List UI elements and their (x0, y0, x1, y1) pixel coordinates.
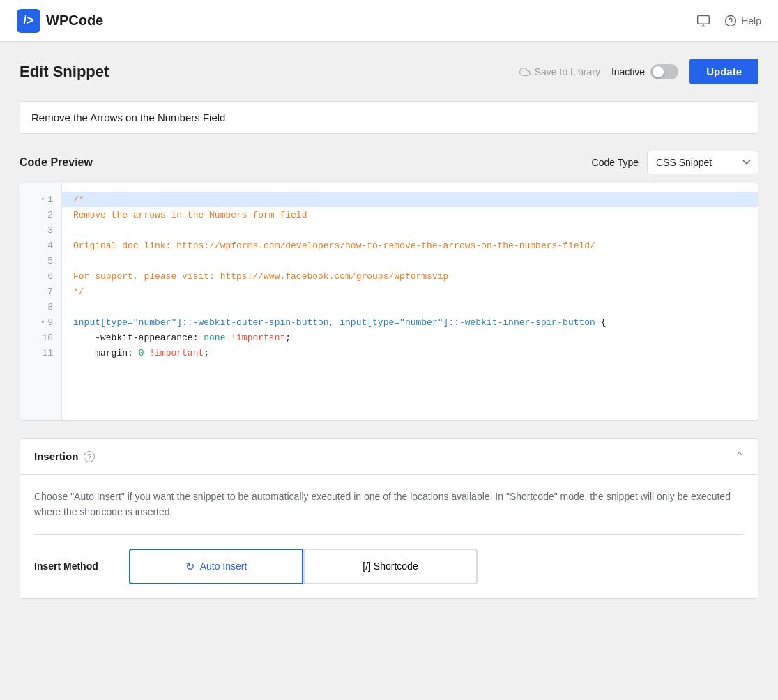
code-line-7: */ (62, 284, 758, 299)
line-number-7: 7 (47, 287, 53, 297)
line-num-7: 7 (20, 284, 61, 299)
fold-arrow-1: ▾ (40, 195, 45, 204)
auto-insert-icon: ↻ (185, 560, 194, 573)
page-title: Edit Snippet (20, 63, 109, 81)
toggle-slider (650, 64, 678, 79)
line-number-5: 5 (47, 256, 53, 266)
code-line-3 (62, 222, 758, 238)
insert-method-buttons: ↻ Auto Insert [/] Shortcode (129, 549, 478, 584)
topnav: /> WPCode Help (0, 0, 778, 42)
code-val-10: none (204, 333, 225, 343)
page-header-right: Save to Library Inactive Update (519, 59, 758, 84)
insertion-divider (34, 534, 744, 535)
code-text-5 (73, 256, 79, 266)
code-text-3 (73, 225, 79, 236)
line-num-10: 10 (20, 330, 61, 345)
code-line-9: input[type="number"]::-webkit-outer-spin… (62, 314, 758, 330)
insertion-body: Choose "Auto Insert" if you want the sni… (20, 475, 758, 598)
logo-text: WPCode (46, 13, 103, 29)
code-val-11: 0 (139, 348, 144, 358)
code-line-11: margin: 0 !important; (62, 345, 758, 360)
code-line-2: Remove the arrows in the Numbers form fi… (62, 207, 758, 222)
line-number-11: 11 (42, 348, 53, 358)
code-text-6: For support, please visit: https://www.f… (73, 271, 448, 282)
code-lines: /* Remove the arrows in the Numbers form… (62, 183, 758, 420)
insertion-section: Insertion ? ⌃ Choose "Auto Insert" if yo… (20, 438, 758, 599)
line-number-10: 10 (42, 333, 53, 343)
code-brace-9: { (595, 317, 607, 328)
line-num-9: ▾ 9 (20, 314, 61, 330)
logo-icon-text: /> (23, 13, 34, 28)
fold-arrow-9: ▾ (40, 318, 45, 326)
code-text-1: /* (73, 195, 84, 205)
code-text-11: margin: (73, 348, 139, 358)
code-line-10: -webkit-appearance: none !important; (62, 330, 758, 345)
line-numbers: ▾ 1 2 3 4 5 6 7 8 ▾ 9 10 11 (20, 183, 62, 420)
code-line-5 (62, 253, 758, 268)
line-num-6: 6 (20, 268, 61, 284)
code-semi-11: ; (204, 348, 209, 358)
line-num-11: 11 (20, 345, 61, 360)
inactive-section: Inactive (611, 64, 678, 79)
insertion-header[interactable]: Insertion ? ⌃ (20, 439, 758, 475)
code-line-1: /* (62, 192, 758, 207)
code-editor[interactable]: ▾ 1 2 3 4 5 6 7 8 ▾ 9 10 11 /* Rem (20, 183, 758, 420)
insertion-title-text: Insertion (34, 450, 78, 462)
help-label: Help (741, 15, 761, 26)
line-number-8: 8 (47, 302, 53, 312)
inactive-label: Inactive (611, 66, 645, 77)
code-text-10: -webkit-appearance: (73, 333, 204, 343)
help-link[interactable]: Help (724, 15, 761, 27)
code-line-4: Original doc link: https://wpforms.com/d… (62, 238, 758, 253)
code-text-9: input[type="number"]::-webkit-outer-spin… (73, 317, 595, 328)
topnav-right: Help (696, 14, 761, 28)
save-to-library-button[interactable]: Save to Library (519, 66, 600, 77)
line-num-5: 5 (20, 253, 61, 268)
code-text-8 (73, 302, 79, 312)
code-preview-title: Code Preview (20, 156, 93, 169)
svg-point-1 (726, 15, 736, 26)
code-type-label: Code Type (592, 157, 639, 168)
code-text-2: Remove the arrows in the Numbers form fi… (73, 210, 307, 220)
snippet-name-input[interactable] (20, 102, 758, 133)
line-num-1: ▾ 1 (20, 192, 61, 207)
page-header: Edit Snippet Save to Library Inactive Up… (20, 59, 758, 84)
monitor-icon[interactable] (696, 14, 710, 28)
line-num-4: 4 (20, 238, 61, 253)
line-number-1: 1 (47, 195, 53, 205)
line-number-2: 2 (47, 210, 53, 220)
shortcode-label: [/] Shortcode (363, 561, 418, 572)
line-number-9: 9 (47, 317, 53, 328)
code-text-4: Original doc link: https://wpforms.com/d… (73, 241, 595, 251)
line-num-3: 3 (20, 222, 61, 238)
insertion-collapse-icon[interactable]: ⌃ (735, 450, 744, 463)
save-to-library-label: Save to Library (535, 66, 600, 77)
code-type-section: Code Type CSS Snippet PHP Snippet JS Sni… (592, 151, 758, 174)
insertion-description: Choose "Auto Insert" if you want the sni… (34, 489, 744, 520)
code-semi-10: ; (285, 333, 291, 343)
auto-insert-button[interactable]: ↻ Auto Insert (129, 549, 303, 584)
active-toggle[interactable] (650, 64, 678, 79)
line-number-4: 4 (47, 241, 53, 251)
insertion-title: Insertion ? (34, 450, 95, 462)
update-button[interactable]: Update (689, 59, 758, 84)
logo: /> WPCode (17, 9, 103, 33)
shortcode-button[interactable]: [/] Shortcode (303, 549, 478, 584)
code-preview-header: Code Preview Code Type CSS Snippet PHP S… (20, 151, 758, 174)
code-type-select[interactable]: CSS Snippet PHP Snippet JS Snippet HTML … (647, 151, 758, 174)
line-num-8: 8 (20, 299, 61, 314)
snippet-name-wrap (20, 101, 758, 134)
line-num-2: 2 (20, 207, 61, 222)
code-line-8 (62, 299, 758, 314)
line-number-3: 3 (47, 225, 53, 236)
code-imp-10: !important (225, 333, 285, 343)
code-imp-11: !important (144, 348, 204, 358)
code-line-6: For support, please visit: https://www.f… (62, 268, 758, 284)
main-content: Edit Snippet Save to Library Inactive Up… (6, 42, 772, 616)
svg-rect-0 (698, 15, 710, 24)
logo-icon: /> (17, 9, 40, 33)
line-number-6: 6 (47, 271, 53, 282)
insert-method-row: Insert Method ↻ Auto Insert [/] Shortcod… (34, 549, 744, 584)
insertion-help-icon[interactable]: ? (84, 451, 95, 462)
cloud-icon (519, 66, 531, 77)
